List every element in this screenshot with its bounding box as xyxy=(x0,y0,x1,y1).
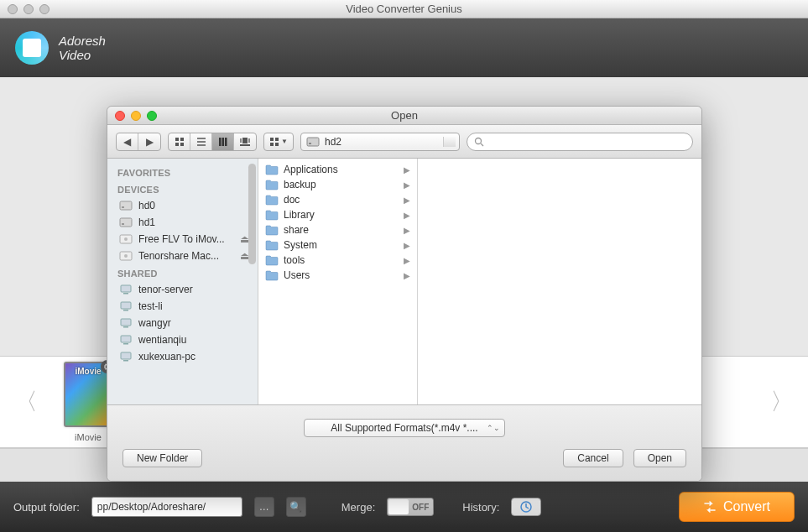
file-row[interactable]: share▶ xyxy=(258,222,417,237)
sidebar[interactable]: FAVORITESDEVICEShd0hd1Free FLV To iMov..… xyxy=(107,159,258,404)
folder-icon xyxy=(265,209,279,221)
sidebar-item-label: test-li xyxy=(138,300,163,312)
folder-icon xyxy=(265,239,279,251)
file-browser: Applications▶backup▶doc▶Library▶share▶Sy… xyxy=(258,159,701,404)
svg-rect-34 xyxy=(123,343,128,345)
coverflow-view-icon xyxy=(239,137,251,147)
nav-forward-button[interactable]: ▶ xyxy=(138,133,160,150)
browse-folder-button[interactable]: … xyxy=(254,497,274,517)
path-selector[interactable]: hd2 xyxy=(300,133,460,151)
file-row[interactable]: System▶ xyxy=(258,237,417,253)
sidebar-item[interactable]: Free FLV To iMov...⏏ xyxy=(107,231,258,248)
dialog-close-button[interactable] xyxy=(115,111,125,121)
file-name: System xyxy=(284,239,317,251)
folder-icon xyxy=(265,224,279,236)
convert-icon xyxy=(703,500,717,514)
network-icon xyxy=(119,334,133,346)
app-traffic-lights xyxy=(0,4,50,14)
file-row[interactable]: Library▶ xyxy=(258,207,417,222)
network-icon xyxy=(119,351,133,362)
hdd-icon xyxy=(119,200,133,211)
merge-toggle[interactable]: OFF xyxy=(387,498,434,516)
view-coverflow-button[interactable] xyxy=(234,133,256,150)
sidebar-item[interactable]: test-li xyxy=(107,298,258,315)
svg-rect-32 xyxy=(123,326,128,328)
chevron-right-icon: ▶ xyxy=(404,256,410,265)
file-name: share xyxy=(284,224,309,236)
sidebar-item-label: wangyr xyxy=(138,317,171,329)
open-dialog: Open ◀ ▶ xyxy=(107,106,702,482)
app-zoom-button[interactable] xyxy=(39,4,50,14)
carousel-next-button[interactable]: 〉 xyxy=(776,377,788,427)
svg-point-26 xyxy=(124,254,128,258)
svg-rect-7 xyxy=(225,138,227,146)
open-button[interactable]: Open xyxy=(633,449,686,467)
app-brand-text: Adoresh Video xyxy=(59,34,106,62)
view-list-button[interactable] xyxy=(190,133,212,150)
file-column-blank xyxy=(418,159,701,404)
nav-back-button[interactable]: ◀ xyxy=(117,133,138,150)
sidebar-item[interactable]: xukexuan-pc xyxy=(107,348,258,365)
svg-rect-28 xyxy=(123,293,128,295)
dialog-zoom-button[interactable] xyxy=(147,111,157,121)
search-field[interactable] xyxy=(467,133,693,151)
history-button[interactable] xyxy=(511,498,541,516)
history-label: History: xyxy=(462,501,499,514)
app-minimize-button[interactable] xyxy=(23,4,34,14)
convert-button[interactable]: Convert xyxy=(679,492,795,522)
sidebar-scrollbar[interactable] xyxy=(248,164,256,264)
svg-rect-3 xyxy=(175,143,179,146)
merge-label: Merge: xyxy=(341,501,375,514)
svg-point-24 xyxy=(124,237,128,241)
view-column-button[interactable] xyxy=(212,133,234,150)
svg-rect-36 xyxy=(123,360,128,362)
svg-rect-20 xyxy=(122,206,124,208)
folder-icon xyxy=(265,179,279,190)
file-name: Applications xyxy=(284,164,338,175)
svg-rect-6 xyxy=(222,138,224,146)
sidebar-item[interactable]: Tenorshare Mac...⏏ xyxy=(107,248,258,264)
app-titlebar: Video Converter Genius xyxy=(0,0,808,18)
svg-rect-12 xyxy=(270,138,274,141)
sidebar-item[interactable]: hd1 xyxy=(107,214,258,231)
dialog-toolbar: ◀ ▶ xyxy=(107,125,701,159)
app-title: Video Converter Genius xyxy=(0,3,808,15)
carousel-prev-button[interactable]: 〈 xyxy=(20,377,32,427)
open-folder-button[interactable]: 🔍 xyxy=(286,497,306,517)
svg-rect-15 xyxy=(275,143,279,146)
search-input[interactable] xyxy=(487,136,685,148)
cancel-button[interactable]: Cancel xyxy=(563,449,623,467)
app-body: 〈 iMovieiMovie3GP-2DIVXAVIiPhoneiPadNoki… xyxy=(0,77,808,532)
sidebar-item[interactable]: wentianqiu xyxy=(107,331,258,348)
dialog-minimize-button[interactable] xyxy=(131,111,141,121)
arrange-button[interactable]: ▼ xyxy=(264,133,293,150)
carousel-item[interactable]: iMovieiMovie xyxy=(64,362,112,442)
chevron-right-icon: ▶ xyxy=(404,226,410,235)
app-close-button[interactable] xyxy=(8,4,18,14)
file-row[interactable]: Applications▶ xyxy=(258,162,417,177)
hdd-icon xyxy=(306,136,320,148)
chevron-right-icon: ▶ xyxy=(404,165,410,175)
new-folder-button[interactable]: New Folder xyxy=(123,449,202,467)
file-column[interactable]: Applications▶backup▶doc▶Library▶share▶Sy… xyxy=(258,159,418,404)
file-row[interactable]: tools▶ xyxy=(258,253,417,268)
sidebar-item[interactable]: wangyr xyxy=(107,315,258,331)
carousel-label: iMovie xyxy=(75,432,102,442)
format-filter-select[interactable]: All Supported Formats(*.m4v *.... xyxy=(304,419,505,437)
svg-rect-21 xyxy=(120,218,132,227)
file-row[interactable]: backup▶ xyxy=(258,177,417,192)
sidebar-item[interactable]: hd0 xyxy=(107,197,258,214)
sidebar-item-label: hd1 xyxy=(138,216,155,228)
file-name: Users xyxy=(284,269,310,281)
output-folder-input[interactable] xyxy=(91,497,242,517)
disk-icon xyxy=(119,250,133,262)
app-window: Video Converter Genius Adoresh Video 〈 i… xyxy=(0,0,808,532)
file-row[interactable]: doc▶ xyxy=(258,192,417,207)
chevron-right-icon: ▶ xyxy=(404,211,410,220)
sidebar-item[interactable]: tenor-server xyxy=(107,281,258,298)
file-row[interactable]: Users▶ xyxy=(258,268,417,283)
svg-rect-11 xyxy=(240,144,250,146)
sidebar-item-label: Free FLV To iMov... xyxy=(138,233,225,245)
dialog-title: Open xyxy=(107,109,701,122)
view-icon-button[interactable] xyxy=(169,133,190,150)
